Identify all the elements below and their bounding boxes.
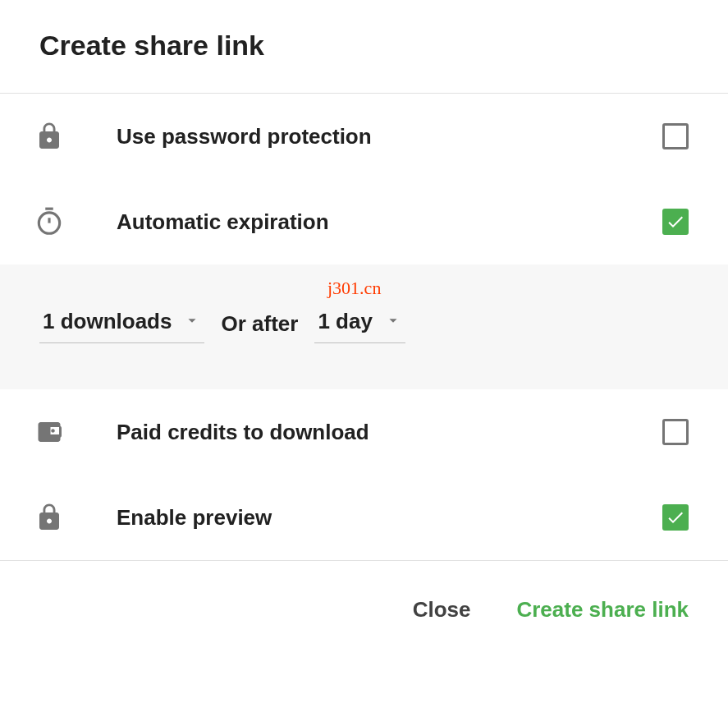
option-row-expiration: Automatic expiration — [0, 179, 728, 264]
lock-icon — [31, 118, 67, 154]
lock-icon — [31, 499, 67, 535]
days-select[interactable]: 1 day — [314, 304, 405, 343]
dialog-header: Create share link — [0, 0, 728, 94]
create-share-link-button[interactable]: Create share link — [516, 594, 689, 626]
timer-icon — [31, 204, 67, 240]
expiration-checkbox[interactable] — [662, 209, 689, 235]
paid-checkbox[interactable] — [662, 419, 689, 445]
downloads-value: 1 downloads — [43, 309, 172, 334]
option-row-paid: Paid credits to download — [0, 389, 728, 475]
create-share-link-dialog: Create share link Use password protectio… — [0, 0, 728, 659]
option-row-password: Use password protection — [0, 94, 728, 179]
password-label: Use password protection — [117, 124, 662, 149]
dialog-title: Create share link — [39, 30, 689, 62]
preview-label: Enable preview — [117, 505, 662, 531]
close-button[interactable]: Close — [413, 594, 471, 626]
expiration-label: Automatic expiration — [117, 209, 662, 235]
watermark-text: j301.cn — [327, 278, 381, 299]
or-after-label: Or after — [221, 311, 298, 337]
password-checkbox[interactable] — [662, 123, 689, 149]
preview-checkbox[interactable] — [662, 504, 689, 531]
expiration-config-panel: j301.cn 1 downloads Or after 1 day — [0, 264, 728, 389]
option-row-preview: Enable preview — [0, 475, 728, 560]
wallet-icon — [31, 414, 67, 450]
dialog-footer: Close Create share link — [0, 560, 728, 659]
downloads-select[interactable]: 1 downloads — [39, 304, 204, 343]
paid-label: Paid credits to download — [117, 420, 662, 445]
chevron-down-icon — [384, 311, 402, 333]
days-value: 1 day — [318, 309, 373, 334]
chevron-down-icon — [183, 311, 201, 333]
